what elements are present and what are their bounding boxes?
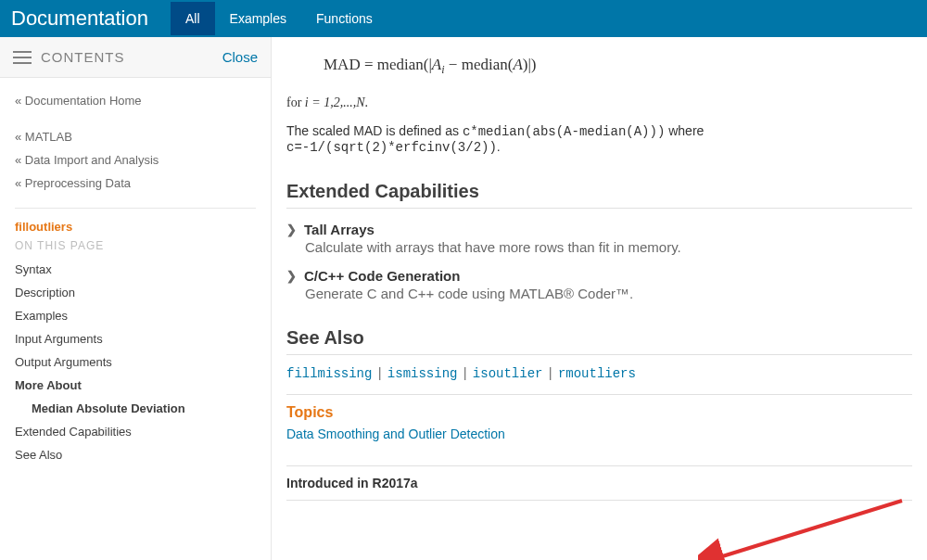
tall-arrays-desc: Calculate with arrays that have more row…	[305, 239, 912, 255]
nav-median-absolute-deviation[interactable]: Median Absolute Deviation	[15, 397, 256, 420]
top-navigation-bar: Documentation All Examples Functions	[0, 0, 927, 37]
chevron-right-icon: ❯	[286, 223, 297, 236]
hamburger-icon[interactable]	[13, 51, 32, 64]
current-function-label: filloutliers	[15, 218, 256, 235]
tab-examples[interactable]: Examples	[215, 2, 301, 35]
svg-line-1	[717, 501, 902, 558]
tall-arrays-toggle[interactable]: ❯ Tall Arrays	[286, 222, 912, 237]
mad-equation: MAD = median(|Ai − median(A)|)	[324, 56, 912, 77]
link-isoutlier[interactable]: isoutlier	[473, 366, 543, 381]
breadcrumb-matlab[interactable]: MATLAB	[15, 125, 256, 148]
nav-examples[interactable]: Examples	[15, 304, 256, 327]
chevron-right-icon: ❯	[286, 269, 297, 283]
nav-output-arguments[interactable]: Output Arguments	[15, 350, 256, 374]
extended-capabilities-heading: Extended Capabilities	[286, 181, 912, 209]
tall-arrays-title: Tall Arrays	[304, 222, 375, 237]
link-rmoutliers[interactable]: rmoutliers	[558, 366, 636, 381]
nav-description[interactable]: Description	[15, 281, 256, 304]
sidebar-title: CONTENTS	[41, 49, 125, 65]
main-content: MAD = median(|Ai − median(A)|) for i = 1…	[272, 37, 927, 560]
link-fillmissing[interactable]: fillmissing	[286, 366, 372, 381]
sidebar-close-button[interactable]: Close	[222, 49, 258, 65]
capability-tall-arrays: ❯ Tall Arrays Calculate with arrays that…	[286, 222, 912, 255]
codegen-toggle[interactable]: ❯ C/C++ Code Generation	[286, 268, 912, 284]
breadcrumb-preprocessing[interactable]: Preprocessing Data	[15, 172, 256, 195]
sidebar: CONTENTS Close Documentation Home MATLAB…	[0, 37, 272, 560]
sidebar-header: CONTENTS Close	[0, 37, 271, 78]
topic-data-smoothing[interactable]: Data Smoothing and Outlier Detection	[286, 426, 912, 441]
capability-codegen: ❯ C/C++ Code Generation Generate C and C…	[286, 268, 912, 301]
nav-syntax[interactable]: Syntax	[15, 258, 256, 281]
nav-more-about[interactable]: More About	[15, 374, 256, 397]
nav-extended-capabilities[interactable]: Extended Capabilities	[15, 420, 256, 443]
tab-all[interactable]: All	[171, 2, 215, 35]
breadcrumb-data-import[interactable]: Data Import and Analysis	[15, 148, 256, 172]
tab-functions[interactable]: Functions	[301, 2, 387, 35]
on-this-page-label: ON THIS PAGE	[15, 235, 256, 258]
introduced-in-label: Introduced in R2017a	[286, 465, 912, 501]
nav-input-arguments[interactable]: Input Arguments	[15, 327, 256, 350]
link-ismissing[interactable]: ismissing	[387, 366, 458, 381]
see-also-heading: See Also	[286, 327, 912, 355]
nav-see-also[interactable]: See Also	[15, 443, 256, 466]
scaled-mad-description: The scaled MAD is defined as c*median(ab…	[286, 123, 912, 155]
breadcrumb-home[interactable]: Documentation Home	[15, 89, 256, 112]
for-line: for i = 1,2,...,N.	[286, 95, 912, 110]
topics-heading: Topics	[286, 404, 912, 421]
codegen-title: C/C++ Code Generation	[304, 268, 460, 284]
see-also-links: fillmissing|ismissing|isoutlier|rmoutlie…	[286, 357, 912, 395]
doc-title: Documentation	[11, 6, 148, 31]
codegen-desc: Generate C and C++ code using MATLAB® Co…	[305, 286, 912, 301]
annotation-arrow-icon	[698, 491, 921, 560]
